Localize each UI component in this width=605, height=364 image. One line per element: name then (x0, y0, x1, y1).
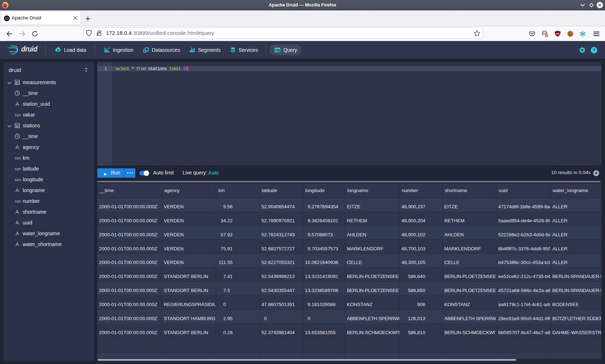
svg-text:A: A (15, 209, 19, 215)
svg-text:123: 123 (15, 167, 21, 171)
svg-text:A: A (15, 144, 19, 150)
svg-text:uO: uO (556, 32, 560, 35)
svg-text:123: 123 (15, 156, 21, 160)
svg-text:A: A (15, 187, 19, 193)
svg-text:123: 123 (15, 178, 21, 182)
svg-text:?: ? (593, 47, 596, 53)
svg-text:A: A (15, 231, 19, 236)
svg-text:A: A (15, 101, 19, 107)
svg-text:A: A (15, 241, 19, 247)
svg-text:123: 123 (15, 113, 21, 117)
svg-text:A: A (15, 220, 19, 226)
svg-text:123: 123 (15, 199, 21, 203)
